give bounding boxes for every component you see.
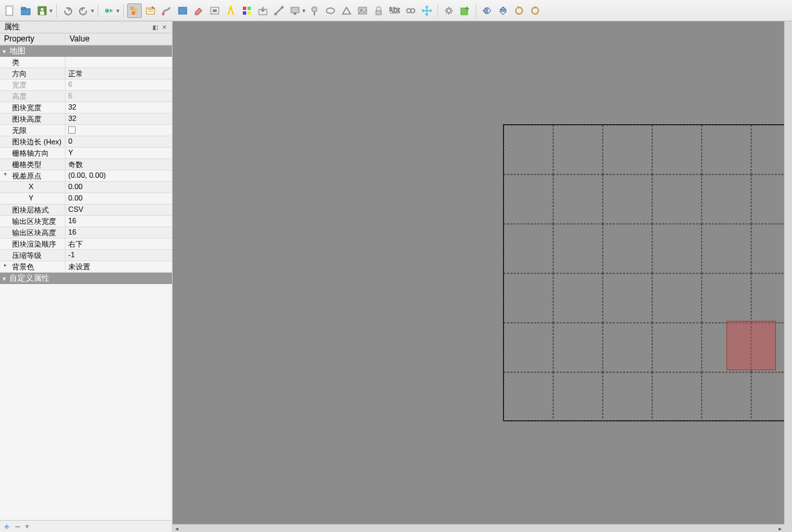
property-row[interactable]: 输出区块高度16 [0,227,172,239]
property-value[interactable]: 0.00 [66,193,172,204]
tile-cell[interactable] [652,174,702,224]
panel-float-icon[interactable]: ◧ [152,24,159,31]
property-value[interactable]: 0 [66,136,172,147]
tile-cell[interactable] [702,224,751,273]
move-icon[interactable] [419,3,434,18]
gear-icon[interactable] [441,3,456,18]
property-row[interactable]: 图块边长 (Hex)0 [0,136,172,148]
tile-cell[interactable] [652,323,702,372]
property-row[interactable]: 视差原点(0.00, 0.00) [0,170,172,182]
property-value[interactable]: 16 [66,216,172,227]
property-value[interactable]: 正常 [66,68,172,79]
property-value[interactable]: 6 [66,80,172,90]
eraser-icon[interactable] [191,3,206,18]
tile-cell[interactable] [652,125,702,174]
tile-cell[interactable] [504,224,553,273]
property-row[interactable]: 图块宽度32 [0,102,172,114]
run-icon[interactable] [102,3,116,18]
tile-cell[interactable] [504,273,553,323]
ellipse-icon[interactable] [323,3,338,18]
open-doc-icon[interactable] [19,3,33,18]
tile-cell[interactable] [553,174,603,224]
tile-cell[interactable] [603,224,652,273]
run-dropdown-icon[interactable]: ▾ [116,7,120,14]
tile-cell[interactable] [603,125,652,174]
property-value[interactable]: 0.00 [66,182,172,192]
tile-cell[interactable] [603,372,652,422]
scroll-right-icon[interactable]: ▸ [776,525,784,533]
vertical-scrollbar[interactable] [784,21,792,524]
property-menu-icon[interactable]: ▾ [25,523,29,530]
link-icon[interactable] [403,3,418,18]
layer-add-icon[interactable] [458,3,472,18]
tile-cell[interactable] [702,372,751,422]
remove-property-icon[interactable]: − [15,521,20,532]
tileset-preview[interactable] [726,321,776,370]
tile-map-grid[interactable] [503,124,792,421]
map-canvas[interactable]: ◂ ▸ [173,21,792,532]
panel-close-icon[interactable]: ✕ [161,24,168,31]
header-value[interactable]: Value [66,33,172,45]
tile-cell[interactable] [702,273,751,323]
property-row[interactable]: 图块层格式CSV [0,205,172,216]
property-value[interactable]: 32 [66,102,172,113]
section-map[interactable]: ▾地图 [0,45,172,57]
tile-cell[interactable] [553,372,603,422]
highlight-icon[interactable] [223,3,238,18]
tile-cell[interactable] [702,174,751,224]
edit-rect-icon[interactable] [143,3,158,18]
paint-icon[interactable] [159,3,174,18]
tile-cell[interactable] [553,273,603,323]
redo-dropdown-icon[interactable]: ▾ [91,7,94,14]
pin-icon[interactable] [307,3,322,18]
property-row[interactable]: 方向正常 [0,68,172,80]
text-icon[interactable]: Abc [387,3,402,18]
property-value[interactable]: -1 [66,250,172,261]
redo-icon[interactable] [76,3,91,18]
tile-cell[interactable] [504,372,553,422]
tile-cell[interactable] [702,125,751,174]
property-row[interactable]: Y0.00 [0,193,172,205]
property-row[interactable]: 栅格轴方向Y [0,148,172,159]
mask-icon[interactable] [175,3,190,18]
property-row[interactable]: 无限 [0,125,172,136]
scroll-left-icon[interactable]: ◂ [173,525,181,533]
property-row[interactable]: 类 [0,57,172,68]
fit-icon[interactable] [207,3,222,18]
layers-icon[interactable] [127,3,142,18]
tile-cell[interactable] [504,125,553,174]
tile-cell[interactable] [553,323,603,372]
property-row[interactable]: 图块高度32 [0,114,172,125]
header-property[interactable]: Property [0,33,66,45]
save-doc-dropdown-icon[interactable]: ▾ [50,7,53,14]
property-value[interactable]: 16 [66,227,172,238]
checkbox[interactable] [68,126,76,134]
tile-cell[interactable] [652,224,702,273]
tile-cell[interactable] [553,224,603,273]
tile-cell[interactable] [603,323,652,372]
screen-icon[interactable] [288,3,302,18]
property-row[interactable]: 图块渲染顺序右下 [0,239,172,250]
property-value[interactable] [66,125,172,136]
property-row[interactable]: 高度6 [0,91,172,102]
flip-h-icon[interactable] [480,3,494,18]
rotate-cw-icon[interactable] [528,3,542,18]
triangle-icon[interactable] [339,3,354,18]
undo-icon[interactable] [60,3,75,18]
property-row[interactable]: X0.00 [0,182,172,193]
save-doc-icon[interactable] [35,3,50,18]
tile-cell[interactable] [553,125,603,174]
flip-v-icon[interactable] [496,3,510,18]
image-icon[interactable] [355,3,370,18]
property-value[interactable]: 奇数 [66,159,172,170]
add-property-icon[interactable]: + [4,521,9,532]
property-value[interactable]: 右下 [66,239,172,249]
lock-icon[interactable] [371,3,386,18]
tile-cell[interactable] [504,323,553,372]
tile-cell[interactable] [652,273,702,323]
property-value[interactable]: CSV [66,205,172,215]
property-row[interactable]: 宽度6 [0,80,172,91]
property-value[interactable]: 32 [66,114,172,124]
property-row[interactable]: 输出区块宽度16 [0,216,172,227]
screen-dropdown-icon[interactable]: ▾ [302,7,306,14]
